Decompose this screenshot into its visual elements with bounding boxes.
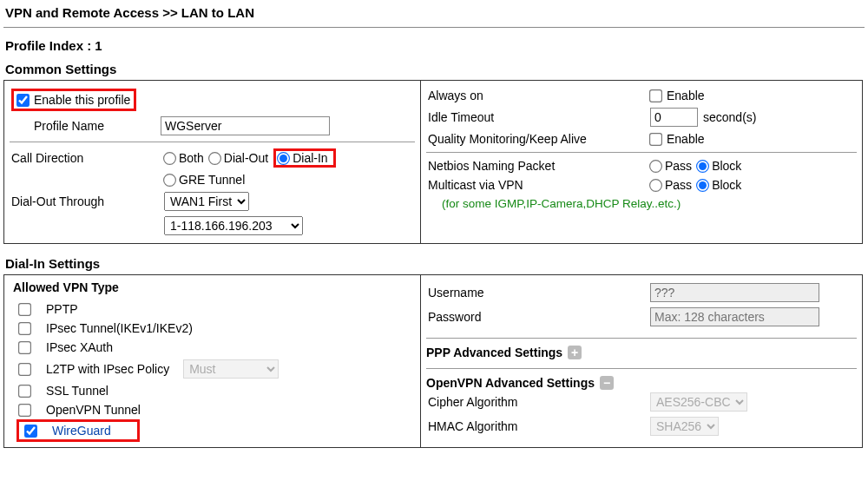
enable-profile-label: Enable this profile: [34, 93, 130, 107]
idle-timeout-label: Idle Timeout: [428, 110, 645, 124]
username-input: [650, 283, 819, 302]
call-direction-dial-out[interactable]: Dial-Out: [209, 151, 268, 165]
common-settings-header: Common Settings: [5, 62, 865, 76]
call-direction-both[interactable]: Both: [164, 151, 204, 165]
multicast-pass[interactable]: Pass: [650, 178, 692, 192]
username-label: Username: [428, 286, 645, 300]
vpn-wireguard-label[interactable]: WireGuard: [52, 424, 111, 438]
always-on-checkbox[interactable]: [649, 89, 662, 102]
netbios-block[interactable]: Block: [697, 159, 741, 173]
dial-out-through-label: Dial-Out Through: [11, 194, 159, 208]
profile-index: Profile Index : 1: [5, 38, 865, 53]
call-direction-label: Call Direction: [11, 151, 159, 165]
multicast-block[interactable]: Block: [697, 178, 741, 192]
password-input: [650, 307, 819, 326]
vpn-ipsec-label: IPsec Tunnel(IKEv1/IKEv2): [46, 321, 193, 335]
always-on-enable-label: Enable: [667, 89, 705, 102]
vpn-pptp-checkbox[interactable]: [18, 303, 31, 316]
multicast-note: (for some IGMP,IP-Camera,DHCP Relay..etc…: [442, 197, 681, 210]
enable-profile-checkbox[interactable]: [16, 94, 30, 107]
common-settings-panel: Enable this profile Profile Name Call Di…: [3, 80, 863, 244]
multicast-label: Multicast via VPN: [428, 178, 645, 192]
vpn-ssl-label: SSL Tunnel: [46, 384, 108, 398]
netbios-pass[interactable]: Pass: [650, 159, 692, 173]
highlight-dial-in: Dial-In: [273, 148, 335, 168]
wan-select[interactable]: WAN1 First: [164, 192, 249, 211]
vpn-wireguard-checkbox[interactable]: [24, 425, 37, 438]
dial-in-settings-header: Dial-In Settings: [5, 256, 865, 271]
cipher-algorithm-select: AES256-CBC: [650, 392, 747, 412]
vpn-ssl-checkbox[interactable]: [18, 385, 31, 398]
call-direction-dial-in[interactable]: Dial-In: [278, 151, 327, 165]
quality-monitoring-label: Quality Monitoring/Keep Alive: [428, 132, 645, 146]
vpn-openvpn-checkbox[interactable]: [18, 404, 31, 417]
vpn-openvpn-label: OpenVPN Tunnel: [46, 403, 141, 417]
seconds-label: second(s): [703, 110, 756, 124]
breadcrumb: VPN and Remote Access >> LAN to LAN: [3, 3, 865, 27]
quality-monitoring-enable-label: Enable: [667, 132, 705, 146]
password-label: Password: [428, 310, 645, 324]
highlight-enable-profile: Enable this profile: [11, 89, 136, 111]
collapse-icon[interactable]: −: [600, 376, 614, 390]
dial-in-settings-panel: Allowed VPN Type PPTP IPsec Tunnel(IKEv1…: [3, 274, 863, 448]
hmac-algorithm-select: SHA256: [650, 417, 719, 436]
l2tp-ipsec-policy-select: Must: [183, 359, 279, 379]
vpn-xauth-checkbox[interactable]: [18, 341, 31, 354]
expand-icon[interactable]: +: [568, 346, 582, 359]
ip-select[interactable]: 1-118.166.196.203: [164, 216, 303, 235]
call-direction-gre[interactable]: GRE Tunnel: [164, 173, 245, 187]
hmac-algorithm-label: HMAC Algorithm: [428, 419, 645, 433]
netbios-label: Netbios Naming Packet: [428, 159, 645, 173]
openvpn-advanced-header: OpenVPN Advanced Settings: [426, 376, 595, 390]
highlight-wireguard: WireGuard: [16, 419, 140, 442]
quality-monitoring-checkbox[interactable]: [649, 133, 662, 146]
cipher-algorithm-label: Cipher Algorithm: [428, 395, 645, 409]
vpn-l2tp-label: L2TP with IPsec Policy: [46, 362, 169, 376]
vpn-ipsec-checkbox[interactable]: [18, 322, 31, 335]
vpn-xauth-label: IPsec XAuth: [46, 340, 113, 354]
ppp-advanced-header: PPP Advanced Settings: [426, 346, 562, 359]
profile-name-label: Profile Name: [34, 119, 155, 133]
allowed-vpn-type-header: Allowed VPN Type: [4, 275, 420, 300]
vpn-pptp-label: PPTP: [46, 302, 78, 316]
profile-name-input[interactable]: [161, 116, 330, 135]
vpn-l2tp-checkbox[interactable]: [18, 363, 31, 376]
always-on-label: Always on: [428, 89, 645, 102]
divider: [3, 27, 865, 28]
idle-timeout-input[interactable]: [650, 108, 698, 127]
